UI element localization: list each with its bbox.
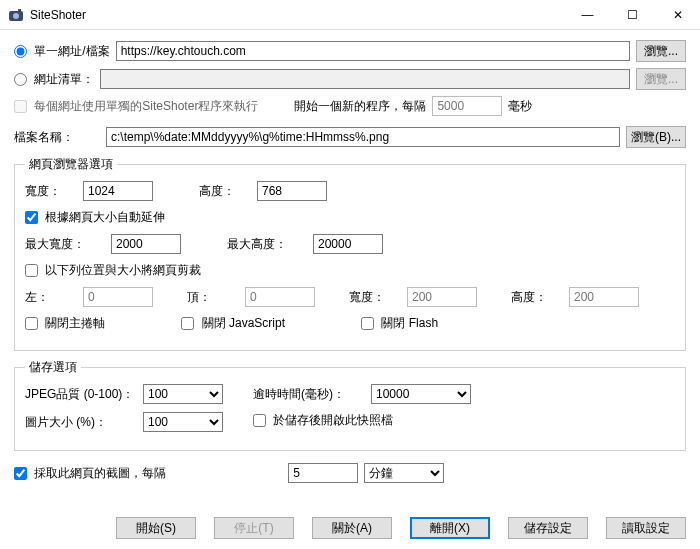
- max-width-input[interactable]: [111, 234, 181, 254]
- crop-check-label[interactable]: 以下列位置與大小將網頁剪裁: [25, 262, 201, 279]
- image-size-select[interactable]: 100: [143, 412, 223, 432]
- url-list-radio-label[interactable]: 網址清單：: [14, 71, 94, 88]
- max-height-label: 最大高度：: [227, 236, 305, 253]
- image-size-label: 圖片大小 (%)：: [25, 414, 135, 431]
- filename-input[interactable]: [106, 127, 620, 147]
- crop-height-label: 高度：: [511, 289, 561, 306]
- svg-point-1: [13, 13, 19, 19]
- close-button[interactable]: ✕: [655, 0, 700, 30]
- jpeg-quality-select[interactable]: 100: [143, 384, 223, 404]
- timeout-select[interactable]: 10000: [371, 384, 471, 404]
- title-bar: SiteShoter — ☐ ✕: [0, 0, 700, 30]
- timeout-label: 逾時時間(毫秒)：: [253, 386, 363, 403]
- maximize-button[interactable]: ☐: [610, 0, 655, 30]
- crop-height-input: [569, 287, 639, 307]
- height-input[interactable]: [257, 181, 327, 201]
- repeat-check-label[interactable]: 採取此網頁的截圖，每隔: [14, 465, 166, 482]
- disable-js-check-label[interactable]: 關閉 JavaScript: [181, 315, 285, 332]
- disable-scroll-check-label[interactable]: 關閉主捲軸: [25, 315, 105, 332]
- single-url-radio-label[interactable]: 單一網址/檔案: [14, 43, 110, 60]
- repeat-value-input[interactable]: [288, 463, 358, 483]
- crop-top-input: [245, 287, 315, 307]
- single-url-input[interactable]: [116, 41, 630, 61]
- open-after-check[interactable]: [253, 414, 266, 427]
- browse-single-button[interactable]: 瀏覽...: [636, 40, 686, 62]
- disable-flash-check[interactable]: [361, 317, 374, 330]
- width-input[interactable]: [83, 181, 153, 201]
- crop-width-label: 寬度：: [349, 289, 399, 306]
- browse-filename-button[interactable]: 瀏覽(B)...: [626, 126, 686, 148]
- minimize-button[interactable]: —: [565, 0, 610, 30]
- save-settings-button[interactable]: 儲存設定: [508, 517, 588, 539]
- max-height-input[interactable]: [313, 234, 383, 254]
- single-url-radio[interactable]: [14, 45, 27, 58]
- ms-label: 毫秒: [508, 98, 532, 115]
- auto-extend-check[interactable]: [25, 211, 38, 224]
- svg-rect-2: [18, 9, 21, 12]
- separate-process-check: [14, 100, 27, 113]
- about-button[interactable]: 關於(A): [312, 517, 392, 539]
- browser-options-legend: 網頁瀏覽器選項: [25, 156, 117, 173]
- disable-scroll-check[interactable]: [25, 317, 38, 330]
- browser-options-group: 網頁瀏覽器選項 寬度： 高度： 根據網頁大小自動延伸 最大寬度： 最大高度： 以: [14, 156, 686, 351]
- crop-top-label: 頂：: [187, 289, 237, 306]
- url-list-radio[interactable]: [14, 73, 27, 86]
- start-button[interactable]: 開始(S): [116, 517, 196, 539]
- disable-flash-check-label[interactable]: 關閉 Flash: [361, 315, 438, 332]
- exit-button[interactable]: 離開(X): [410, 517, 490, 539]
- height-label: 高度：: [199, 183, 249, 200]
- button-bar: 開始(S) 停止(T) 關於(A) 離開(X) 儲存設定 讀取設定: [0, 517, 700, 539]
- window-title: SiteShoter: [30, 8, 565, 22]
- load-settings-button[interactable]: 讀取設定: [606, 517, 686, 539]
- crop-left-label: 左：: [25, 289, 75, 306]
- stop-button: 停止(T): [214, 517, 294, 539]
- crop-check[interactable]: [25, 264, 38, 277]
- jpeg-quality-label: JPEG品質 (0-100)：: [25, 386, 135, 403]
- filename-label: 檔案名稱：: [14, 129, 100, 146]
- open-after-check-label[interactable]: 於儲存後開啟此快照檔: [253, 412, 393, 429]
- crop-left-input: [83, 287, 153, 307]
- max-width-label: 最大寬度：: [25, 236, 103, 253]
- auto-extend-check-label[interactable]: 根據網頁大小自動延伸: [25, 209, 165, 226]
- width-label: 寬度：: [25, 183, 75, 200]
- separate-process-check-label[interactable]: 每個網址使用單獨的SiteShoter程序來執行: [14, 98, 258, 115]
- repeat-unit-select[interactable]: 分鐘: [364, 463, 444, 483]
- app-icon: [8, 7, 24, 23]
- new-process-interval-input: [432, 96, 502, 116]
- url-list-input: [100, 69, 630, 89]
- crop-width-input: [407, 287, 477, 307]
- browse-list-button: 瀏覽...: [636, 68, 686, 90]
- new-process-label: 開始一個新的程序，每隔: [294, 98, 426, 115]
- save-options-legend: 儲存選項: [25, 359, 81, 376]
- save-options-group: 儲存選項 JPEG品質 (0-100)： 100 圖片大小 (%)： 100 逾…: [14, 359, 686, 451]
- disable-js-check[interactable]: [181, 317, 194, 330]
- repeat-check[interactable]: [14, 467, 27, 480]
